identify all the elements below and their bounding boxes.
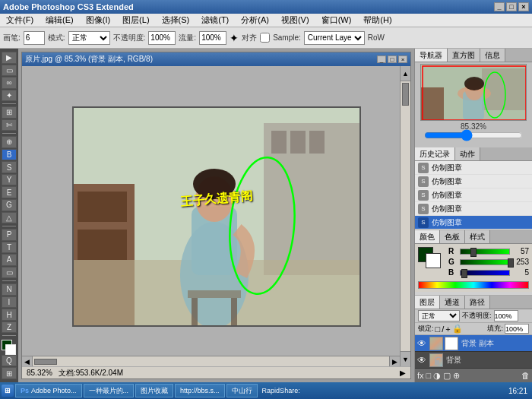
nav-zoom-slider[interactable] bbox=[424, 132, 523, 138]
color-swatch-area[interactable] bbox=[2, 340, 17, 353]
new-layer-btn[interactable]: ⊕ bbox=[453, 371, 460, 381]
scroll-down-btn[interactable]: ▼ bbox=[401, 351, 410, 366]
notes-tool[interactable]: N bbox=[2, 283, 17, 296]
menu-analysis[interactable]: 分析(A) bbox=[238, 14, 272, 27]
g-slider-thumb[interactable] bbox=[508, 258, 514, 268]
maximize-btn[interactable]: □ bbox=[506, 2, 517, 11]
blend-mode-select[interactable]: 正常 bbox=[418, 310, 460, 321]
magic-wand-tool[interactable]: ✦ bbox=[2, 90, 17, 102]
start-btn[interactable]: ⊞ bbox=[2, 385, 14, 397]
tab-channels[interactable]: 通道 bbox=[440, 296, 465, 309]
menu-file[interactable]: 文件(F) bbox=[3, 14, 36, 27]
doc-restore-btn[interactable]: □ bbox=[388, 55, 397, 63]
tab-styles[interactable]: 样式 bbox=[465, 230, 490, 243]
menu-help[interactable]: 帮助(H) bbox=[360, 14, 394, 27]
menu-image[interactable]: 图像(I) bbox=[83, 14, 113, 27]
crop-tool[interactable]: ⊞ bbox=[2, 106, 17, 119]
taskbar-item4[interactable]: 中山行 bbox=[226, 384, 258, 397]
history-item-5[interactable]: S 仿制图章 bbox=[415, 216, 532, 230]
new-group-btn[interactable]: ▢ bbox=[443, 371, 451, 381]
minimize-btn[interactable]: _ bbox=[494, 2, 505, 11]
opacity-input[interactable] bbox=[494, 310, 518, 321]
tab-actions[interactable]: 动作 bbox=[455, 147, 480, 160]
tab-swatches[interactable]: 色板 bbox=[440, 230, 465, 243]
layer-item-copy[interactable]: 👁 背景 副本 bbox=[415, 335, 532, 352]
g-slider-track[interactable] bbox=[460, 259, 510, 265]
tab-info[interactable]: 信息 bbox=[480, 49, 505, 62]
color-spectrum[interactable] bbox=[418, 281, 529, 289]
doc-close-btn[interactable]: × bbox=[398, 55, 407, 63]
scroll-right-btn[interactable]: ▶ bbox=[389, 356, 400, 366]
airbrush-btn[interactable]: ✦ bbox=[230, 32, 239, 44]
menu-window[interactable]: 窗口(W) bbox=[318, 14, 355, 27]
eraser-tool[interactable]: E bbox=[2, 186, 17, 198]
layer-item-bg[interactable]: 👁 背景 bbox=[415, 352, 532, 369]
scroll-up-btn[interactable]: ▲ bbox=[401, 66, 410, 81]
tab-histogram[interactable]: 直方图 bbox=[448, 49, 480, 62]
brush-size-input[interactable] bbox=[24, 31, 45, 45]
scroll-left-btn[interactable]: ◀ bbox=[22, 356, 33, 366]
history-item-3[interactable]: S 仿制图章 bbox=[415, 188, 532, 202]
doc-content[interactable]: 王子久遗青阁 bbox=[22, 66, 410, 366]
path-select-tool[interactable]: A bbox=[2, 254, 17, 266]
add-mask-btn[interactable]: □ bbox=[426, 371, 432, 380]
menu-view[interactable]: 视图(V) bbox=[278, 14, 312, 27]
doc-arrow-right[interactable]: ▶ bbox=[400, 369, 406, 377]
brush-tool[interactable]: B bbox=[2, 149, 17, 161]
history-item-2[interactable]: S 仿制图章 bbox=[415, 175, 532, 188]
sample-select[interactable]: Current Layer bbox=[304, 31, 365, 45]
new-adj-layer-btn[interactable]: ◑ bbox=[433, 371, 441, 381]
eyedropper-tool[interactable]: I bbox=[2, 296, 17, 309]
screen-mode-btn[interactable]: ⊞ bbox=[2, 367, 17, 379]
mode-select[interactable]: 正常 bbox=[68, 31, 110, 45]
fill-input[interactable] bbox=[505, 324, 529, 334]
scroll-h-thumb[interactable] bbox=[34, 359, 57, 365]
history-brush-tool[interactable]: Y bbox=[2, 174, 17, 186]
background-color[interactable] bbox=[5, 344, 16, 355]
doc-scrollbar-horizontal[interactable]: ◀ ▶ bbox=[22, 356, 400, 366]
tab-paths[interactable]: 路径 bbox=[465, 296, 490, 309]
tab-navigator[interactable]: 导航器 bbox=[415, 49, 448, 62]
opacity-input[interactable] bbox=[148, 31, 176, 45]
taskbar-item3[interactable]: http://bbs.s... bbox=[175, 384, 225, 397]
doc-scrollbar-vertical[interactable]: ▲ ▼ bbox=[400, 66, 410, 366]
lock-position-btn[interactable]: + bbox=[445, 325, 450, 334]
pen-tool[interactable]: P bbox=[2, 229, 17, 241]
history-item-4[interactable]: S 仿制图章 bbox=[415, 202, 532, 216]
r-slider-thumb[interactable] bbox=[470, 248, 477, 257]
taskbar-item1[interactable]: 一种最片的... bbox=[84, 384, 135, 397]
lasso-tool[interactable]: ∞ bbox=[2, 77, 17, 89]
stamp-tool[interactable]: S bbox=[2, 161, 17, 173]
tab-color[interactable]: 颜色 bbox=[415, 230, 440, 243]
r-slider-track[interactable] bbox=[460, 249, 510, 255]
lock-pixels-btn[interactable]: / bbox=[442, 325, 444, 334]
layer-eye-bg[interactable]: 👁 bbox=[417, 355, 428, 366]
gradient-tool[interactable]: G bbox=[2, 199, 17, 211]
menu-edit[interactable]: 编辑(E) bbox=[43, 14, 77, 27]
lock-transparent-btn[interactable]: □ bbox=[435, 325, 441, 334]
menu-filter[interactable]: 滤镜(T) bbox=[198, 14, 232, 27]
hand-tool[interactable]: H bbox=[2, 309, 17, 321]
history-item-1[interactable]: S 仿制图章 bbox=[415, 161, 532, 175]
bg-color-swatch[interactable] bbox=[426, 253, 441, 268]
flow-input[interactable] bbox=[199, 31, 226, 45]
delete-layer-btn[interactable]: 🗑 bbox=[521, 371, 530, 380]
b-slider-thumb[interactable] bbox=[461, 269, 467, 278]
menu-select[interactable]: 选择(S) bbox=[159, 14, 193, 27]
move-tool[interactable]: ▶ bbox=[2, 52, 17, 64]
doc-minimize-btn[interactable]: _ bbox=[377, 55, 386, 63]
slice-tool[interactable]: ✄ bbox=[2, 119, 17, 131]
b-slider-track[interactable] bbox=[460, 270, 510, 276]
close-btn[interactable]: × bbox=[518, 2, 529, 11]
marquee-tool[interactable]: ▭ bbox=[2, 65, 17, 77]
zoom-tool[interactable]: Z bbox=[2, 321, 17, 334]
taskbar-item2[interactable]: 图片收藏 bbox=[135, 384, 173, 397]
shape-tool[interactable]: ▭ bbox=[2, 267, 17, 279]
quick-mask-btn[interactable]: Q bbox=[2, 355, 17, 367]
text-tool[interactable]: T bbox=[2, 242, 17, 254]
healing-tool[interactable]: ⊕ bbox=[2, 136, 17, 148]
scroll-thumb[interactable] bbox=[402, 83, 409, 106]
layer-eye-copy[interactable]: 👁 bbox=[417, 338, 428, 349]
add-style-btn[interactable]: fx bbox=[417, 371, 424, 380]
menu-layer[interactable]: 图层(L) bbox=[119, 14, 152, 27]
